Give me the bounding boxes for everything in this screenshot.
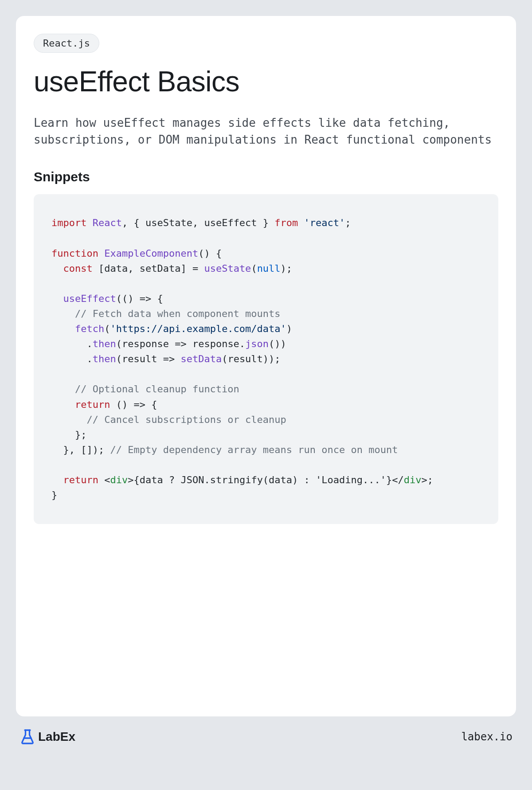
code-text: () { — [198, 248, 222, 259]
footer: LabEx labex.io — [16, 716, 516, 745]
string-literal: 'https://api.example.com/data' — [110, 323, 286, 334]
page-title: useEffect Basics — [34, 65, 498, 98]
code-text: ) — [286, 323, 292, 334]
keyword-return: return — [75, 399, 110, 410]
code-text: . — [51, 353, 93, 364]
code-text: . — [51, 338, 93, 349]
function-name: ExampleComponent — [104, 248, 198, 259]
keyword-function: function — [51, 248, 98, 259]
comment: // Fetch data when component mounts — [75, 308, 281, 319]
keyword-from: from — [274, 217, 298, 228]
keyword-const: const — [63, 263, 93, 274]
code-text: [data, setData] = — [93, 263, 204, 274]
code-text: } — [51, 489, 57, 501]
logo-text: LabEx — [38, 730, 75, 744]
string-literal: 'react' — [304, 217, 345, 228]
code-text: }, []); — [51, 444, 110, 455]
code-text: >{data ? JSON.stringify(data) : 'Loading… — [128, 474, 404, 485]
keyword-return: return — [63, 474, 98, 485]
jsx-tag: div — [404, 474, 422, 485]
call-then: then — [93, 338, 116, 349]
code-text: () => { — [110, 399, 157, 410]
code-text: (response => response. — [116, 338, 245, 349]
call-fetch: fetch — [75, 323, 104, 334]
code-text: >; — [422, 474, 434, 485]
code-text: (result)); — [222, 353, 280, 364]
technology-tag: React.js — [34, 34, 99, 53]
footer-url: labex.io — [461, 731, 512, 743]
ident-react: React — [93, 217, 122, 228]
jsx-tag: div — [110, 474, 128, 485]
call-then: then — [93, 353, 116, 364]
snippets-heading: Snippets — [34, 169, 498, 184]
content-card: React.js useEffect Basics Learn how useE… — [16, 16, 516, 716]
code-text: ( — [251, 263, 257, 274]
call-setdata: setData — [180, 353, 222, 364]
call-json: json — [245, 338, 269, 349]
logo: LabEx — [20, 729, 75, 745]
code-snippet: import React, { useState, useEffect } fr… — [34, 194, 498, 524]
keyword-import: import — [51, 217, 86, 228]
flask-icon — [20, 729, 35, 745]
keyword-null: null — [257, 263, 281, 274]
description-text: Learn how useEffect manages side effects… — [34, 115, 498, 148]
code-text: ( — [104, 323, 110, 334]
code-text: < — [98, 474, 110, 485]
call-useeffect: useEffect — [63, 293, 116, 304]
code-text: , { useState, useEffect } — [122, 217, 274, 228]
comment: // Cancel subscriptions or cleanup — [86, 414, 286, 425]
code-text: ); — [281, 263, 293, 274]
code-text: (result => — [116, 353, 181, 364]
code-text: (() => { — [116, 293, 163, 304]
comment: // Optional cleanup function — [75, 383, 239, 395]
call-usestate: useState — [204, 263, 251, 274]
code-text: }; — [51, 429, 86, 440]
code-text: ()) — [269, 338, 286, 349]
comment: // Empty dependency array means run once… — [110, 444, 398, 455]
